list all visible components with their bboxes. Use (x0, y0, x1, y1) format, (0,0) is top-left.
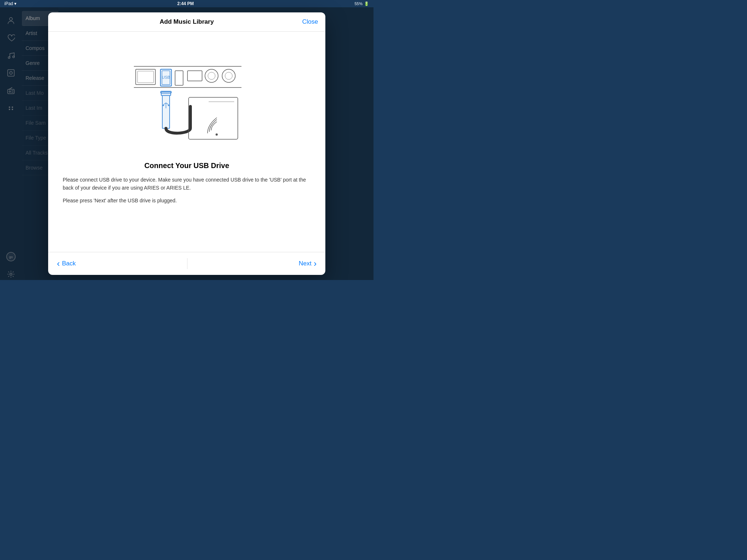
svg-rect-37 (160, 91, 171, 93)
svg-point-24 (205, 69, 218, 82)
svg-point-36 (168, 105, 169, 106)
back-chevron-icon (57, 259, 60, 268)
description-paragraph-2: Please press 'Next' after the USB drive … (63, 197, 311, 205)
status-time: 2:44 PM (177, 1, 194, 6)
svg-text:USB: USB (162, 75, 170, 79)
svg-point-35 (163, 105, 164, 106)
modal-footer: Back Next (48, 252, 325, 275)
modal-body: USB (48, 32, 325, 252)
svg-rect-38 (189, 97, 238, 139)
next-label: Next (299, 260, 311, 267)
status-bar: iPad ▾ 2:44 PM 55% 🔋 (0, 0, 374, 7)
connect-description: Please connect USB drive to your device.… (63, 176, 311, 209)
next-chevron-icon (314, 259, 317, 268)
modal-header: Add Music Library Close (48, 12, 325, 32)
battery-icon: 🔋 (364, 1, 369, 6)
connect-usb-title: Connect Your USB Drive (144, 162, 229, 170)
modal-overlay: Add Music Library Close (0, 7, 374, 280)
svg-rect-31 (162, 96, 170, 128)
status-right: 55% 🔋 (355, 1, 369, 6)
back-button[interactable]: Back (57, 259, 76, 268)
battery-level: 55% (355, 1, 363, 6)
usb-illustration: USB (117, 39, 256, 156)
back-label: Back (62, 260, 76, 267)
svg-point-27 (225, 72, 232, 79)
footer-divider (187, 258, 187, 269)
close-button[interactable]: Close (302, 18, 318, 26)
add-music-library-modal: Add Music Library Close (48, 12, 325, 275)
svg-rect-19 (138, 71, 154, 83)
svg-point-25 (208, 72, 215, 79)
svg-point-40 (216, 133, 218, 136)
svg-point-26 (222, 69, 235, 82)
svg-rect-18 (136, 69, 155, 85)
next-button[interactable]: Next (299, 259, 317, 268)
ipad-label: iPad ▾ (4, 1, 16, 6)
status-left: iPad ▾ (4, 1, 16, 6)
modal-title: Add Music Library (160, 18, 214, 26)
svg-rect-23 (187, 71, 202, 81)
svg-rect-22 (175, 71, 183, 85)
description-paragraph-1: Please connect USB drive to your device.… (63, 176, 311, 192)
